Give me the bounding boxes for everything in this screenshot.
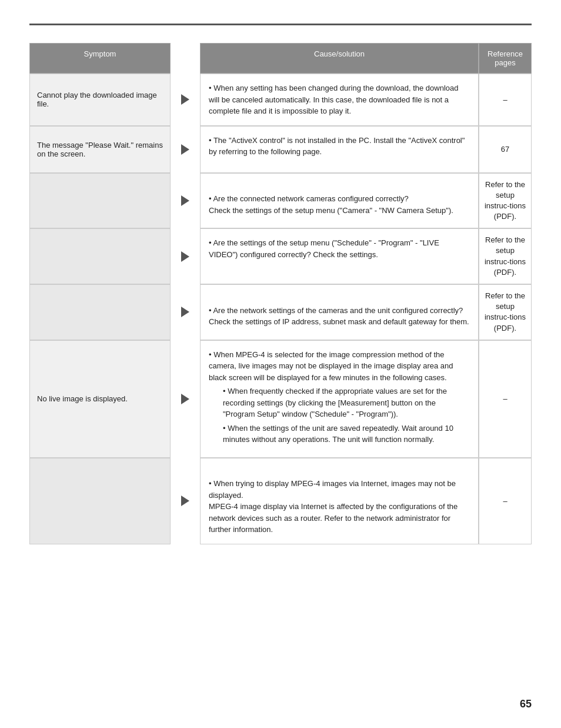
cause-text-1: • When any setting has been changed duri… bbox=[209, 84, 458, 115]
top-border bbox=[29, 24, 532, 25]
table-row: Cannot play the downloaded image file. •… bbox=[29, 74, 532, 126]
cause-cell-4: • Are the settings of the setup menu ("S… bbox=[200, 228, 479, 284]
symptom-text-2: The message "Please Wait." remains on th… bbox=[37, 141, 163, 158]
ref-cell-7: – bbox=[479, 458, 532, 544]
arrow-cell-1 bbox=[171, 74, 200, 126]
ref-cell-6: – bbox=[479, 340, 532, 458]
page-container: Symptom Cause/solution Reference pages C… bbox=[0, 0, 561, 580]
arrow-cell-5 bbox=[171, 284, 200, 340]
cause-text-3: • Are the connected network cameras conf… bbox=[209, 194, 453, 215]
symptom-cell-6: No live image is displayed. bbox=[29, 340, 171, 458]
ref-text-4: Refer to the setup instruc-tions (PDF). bbox=[484, 235, 526, 278]
arrow-icon-2 bbox=[181, 144, 189, 155]
cause-cell-2: • The "ActiveX control" is not installed… bbox=[200, 126, 479, 173]
arrow-icon-7 bbox=[181, 496, 189, 506]
symptom-cell-5 bbox=[29, 284, 171, 340]
table-row: • When trying to display MPEG-4 images v… bbox=[29, 458, 532, 544]
page-number: 65 bbox=[520, 698, 532, 710]
symptom-text-1: Cannot play the downloaded image file. bbox=[37, 91, 163, 108]
cause-mpeg4-sub1: • When frequently checked if the appropr… bbox=[223, 385, 470, 420]
ref-cell-3: Refer to the setup instruc-tions (PDF). bbox=[479, 173, 532, 229]
cause-text-4: • Are the settings of the setup menu ("S… bbox=[209, 238, 439, 259]
symptom-cell-2: The message "Please Wait." remains on th… bbox=[29, 126, 171, 173]
table-row: No live image is displayed. • When MPEG-… bbox=[29, 340, 532, 458]
arrow-icon-1 bbox=[181, 94, 189, 105]
table-header: Symptom Cause/solution Reference pages bbox=[29, 43, 532, 74]
cause-text-7: • When trying to display MPEG-4 images v… bbox=[209, 479, 458, 534]
symptom-cell-7 bbox=[29, 458, 171, 544]
arrow-cell-3 bbox=[171, 173, 200, 229]
header-cause: Cause/solution bbox=[200, 43, 479, 74]
cause-cell-5: • Are the network settings of the camera… bbox=[200, 284, 479, 340]
arrow-icon-5 bbox=[181, 307, 189, 317]
cause-mpeg4-sub2: • When the settings of the unit are save… bbox=[223, 423, 470, 446]
ref-cell-5: Refer to the setup instruc-tions (PDF). bbox=[479, 284, 532, 340]
cause-cell-3: • Are the connected network cameras conf… bbox=[200, 173, 479, 229]
table-row: The message "Please Wait." remains on th… bbox=[29, 126, 532, 173]
ref-text-2: 67 bbox=[501, 145, 509, 154]
arrow-cell-2 bbox=[171, 126, 200, 173]
header-ref: Reference pages bbox=[479, 43, 532, 74]
table-row: • Are the settings of the setup menu ("S… bbox=[29, 228, 532, 284]
symptom-cell-4 bbox=[29, 228, 171, 284]
ref-text-7: – bbox=[503, 497, 507, 506]
table-row: • Are the network settings of the camera… bbox=[29, 284, 532, 340]
ref-text-3: Refer to the setup instruc-tions (PDF). bbox=[484, 179, 526, 222]
arrow-icon-6 bbox=[181, 394, 189, 404]
cause-cell-7: • When trying to display MPEG-4 images v… bbox=[200, 458, 479, 544]
arrow-icon-4 bbox=[181, 251, 189, 262]
symptom-cell-3 bbox=[29, 173, 171, 229]
symptom-cell-1: Cannot play the downloaded image file. bbox=[29, 74, 171, 126]
ref-cell-1: – bbox=[479, 74, 532, 126]
ref-text-5: Refer to the setup instruc-tions (PDF). bbox=[484, 291, 526, 334]
symptom-text-6: No live image is displayed. bbox=[37, 394, 128, 403]
arrow-cell-4 bbox=[171, 228, 200, 284]
table-row: • Are the connected network cameras conf… bbox=[29, 173, 532, 229]
header-gap bbox=[171, 43, 200, 74]
arrow-icon-3 bbox=[181, 195, 189, 206]
cause-text-2: • The "ActiveX control" is not installed… bbox=[209, 136, 465, 157]
cause-mpeg4-bullet: • When MPEG-4 is selected for the image … bbox=[209, 349, 470, 384]
ref-text-6: – bbox=[503, 394, 507, 403]
ref-text-1: – bbox=[503, 95, 507, 104]
cause-text-5: • Are the network settings of the camera… bbox=[209, 306, 469, 327]
header-symptom: Symptom bbox=[29, 43, 171, 74]
cause-cell-1: • When any setting has been changed duri… bbox=[200, 74, 479, 126]
arrow-cell-7 bbox=[171, 458, 200, 544]
arrow-cell-6 bbox=[171, 340, 200, 458]
cause-cell-6: • When MPEG-4 is selected for the image … bbox=[200, 340, 479, 458]
ref-cell-4: Refer to the setup instruc-tions (PDF). bbox=[479, 228, 532, 284]
ref-cell-2: 67 bbox=[479, 126, 532, 173]
